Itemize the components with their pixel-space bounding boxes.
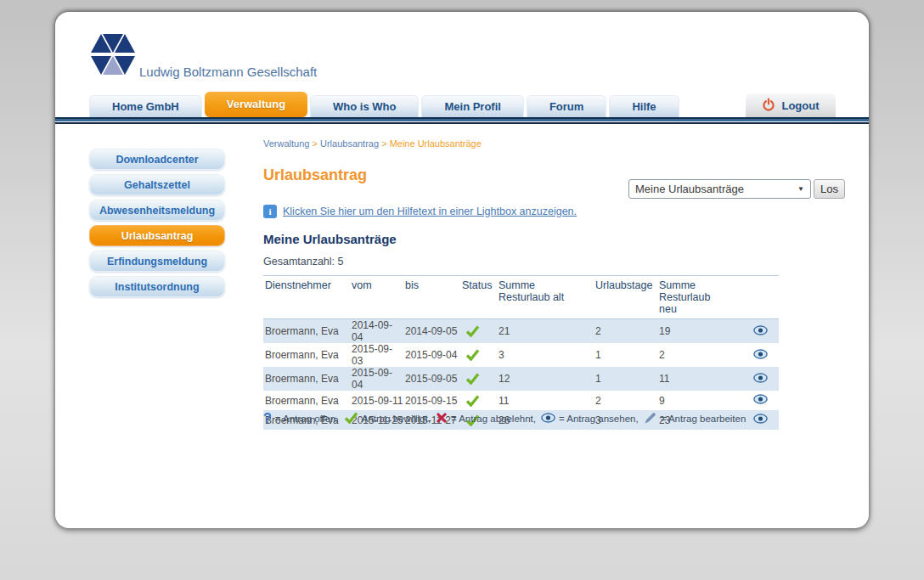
status-legend: ?= Antrag offen,Antrag bewilligt,= Antra… [263,411,824,426]
column-header-status: Status [460,276,497,319]
cell-from-date: 2015-09-11 [350,391,403,410]
cross-icon [436,412,448,425]
legend-text: = Antrag ansehen, [559,414,639,424]
nav-tab-home-gmbh[interactable]: Home GmbH [89,95,202,117]
view-request-button[interactable] [753,373,768,386]
check-icon [462,349,480,361]
column-header-bis: bis [403,276,460,319]
column-header-actions [740,276,779,319]
section-title: Meine Urlaubsanträge [263,232,397,246]
cell-from-date: 2015-09-04 [350,367,403,391]
pencil-icon [644,411,657,426]
cell-employee: Broermann, Eva [263,319,350,344]
legend-text: = Antrag abgelehnt, [451,414,536,424]
cell-to-date: 2015-09-15 [403,391,460,410]
cell-from-date: 2015-09-03 [350,343,403,367]
cell-to-date: 2015-09-04 [403,343,460,367]
cell-vacation-days: 1 [594,367,657,391]
nav-tab-who-is-who[interactable]: Who is Who [310,95,419,117]
question-icon: ? [263,413,272,425]
cell-rest-old: 11 [497,391,594,410]
legend-item-pencil: = Antrag bearbeiten [644,411,747,426]
sidebar-item-institutsordnung[interactable]: Institutsordnung [89,276,225,297]
table-row: Broermann, Eva2015-09-042015-09-0512111 [263,367,779,391]
check-icon [344,412,358,425]
cell-to-date: 2015-09-05 [403,367,460,391]
cell-status-bewilligt [460,343,497,367]
breadcrumb-separator: > [379,138,390,149]
report-select-value: Meine Urlaubsanträge [635,183,744,195]
check-icon [462,373,480,385]
sidebar-item-gehaltszettel[interactable]: Gehaltszettel [89,174,225,195]
sidebar-item-urlaubsantrag[interactable]: Urlaubsantrag [89,225,225,246]
legend-text: = Antrag bearbeiten [661,414,747,424]
eye-icon [753,350,768,362]
total-count-label: Gesamtanzahl: 5 [263,256,344,267]
table-header-row: DienstnehmervombisStatusSumme Resturlaub… [263,276,779,319]
report-filter: Meine Urlaubsanträge ▼ Los [628,179,845,199]
cell-rest-old: 12 [497,367,594,391]
column-header-summe-resturlaub-neu: Summe Resturlaub neu [657,276,740,319]
logout-button[interactable]: Logout [746,93,836,117]
eye-icon [753,395,768,407]
check-icon [462,325,480,337]
requests-table: DienstnehmervombisStatusSumme Resturlaub… [263,275,779,430]
cell-rest-new: 11 [657,367,740,391]
view-request-button[interactable] [753,394,768,407]
sidebar-item-downloadcenter[interactable]: Downloadcenter [89,149,225,170]
report-select[interactable]: Meine Urlaubsanträge ▼ [628,179,811,199]
cell-to-date: 2014-09-05 [403,319,460,344]
legend-item-check: Antrag bewilligt, [344,412,431,425]
legend-text: = Antrag offen, [275,414,339,424]
sidebar: DownloadcenterGehaltszettelAbwesenheitsm… [89,149,225,301]
nav-tab-forum[interactable]: Forum [527,95,606,117]
breadcrumb-item-urlaubsantrag[interactable]: Urlaubsantrag [320,138,379,149]
cell-rest-old: 21 [497,319,594,344]
cell-rest-new: 9 [657,391,740,410]
cell-actions [740,343,779,367]
logout-label: Logout [781,99,819,112]
cell-rest-new: 2 [657,343,740,367]
legend-item-eye: = Antrag ansehen, [541,413,639,425]
breadcrumb-item-verwaltung[interactable]: Verwaltung [263,138,309,149]
page-title: Urlaubsantrag [263,166,367,184]
table-row: Broermann, Eva2015-09-112015-09-151129 [263,391,779,410]
breadcrumb: Verwaltung > Urlaubsantrag > Meine Urlau… [263,138,482,149]
eye-icon [753,374,768,386]
view-request-button[interactable] [753,325,768,338]
go-button[interactable]: Los [814,179,845,199]
legend-item-question: ?= Antrag offen, [263,413,339,425]
column-header-dienstnehmer: Dienstnehmer [263,276,350,319]
eye-icon [541,413,555,425]
cell-status-bewilligt [460,367,497,391]
cell-vacation-days: 1 [594,343,657,367]
breadcrumb-item-meine-urlaubsantraege: Meine Urlaubsanträge [390,138,482,149]
nav-tabs: Home GmbHVerwaltungWho is WhoMein Profil… [89,93,679,117]
nav-separator [55,117,869,124]
table-row: Broermann, Eva2014-09-042014-09-0521219 [263,319,779,344]
cell-rest-new: 19 [657,319,740,344]
eye-icon [753,326,768,338]
sidebar-item-abwesenheitsmeldung[interactable]: Abwesenheitsmeldung [89,200,225,221]
cell-vacation-days: 2 [594,391,657,410]
check-icon [462,394,480,406]
column-header-vom: vom [350,276,403,319]
help-row: i Klicken Sie hier um den Hilfetext in e… [263,205,577,218]
cell-vacation-days: 2 [594,319,657,344]
view-request-button[interactable] [753,349,768,362]
nav-tab-hilfe[interactable]: Hilfe [609,95,679,117]
cell-employee: Broermann, Eva [263,343,350,367]
chevron-down-icon: ▼ [797,185,804,193]
info-icon: i [263,205,277,218]
help-lightbox-link[interactable]: Klicken Sie hier um den Hilfetext in ein… [283,206,577,217]
cell-from-date: 2014-09-04 [350,319,403,344]
cell-status-bewilligt [460,319,497,344]
sidebar-item-erfindungsmeldung[interactable]: Erfindungsmeldung [89,251,225,272]
nav-tab-verwaltung[interactable]: Verwaltung [205,92,307,117]
power-icon [762,98,775,114]
column-header-urlaubstage: Urlaubstage [594,276,657,319]
company-logo-icon [89,32,137,80]
table-row: Broermann, Eva2015-09-032015-09-04312 [263,343,779,367]
app-window: Ludwig Boltzmann Gesellschaft Home GmbHV… [55,12,869,528]
nav-tab-mein-profil[interactable]: Mein Profil [421,95,523,117]
